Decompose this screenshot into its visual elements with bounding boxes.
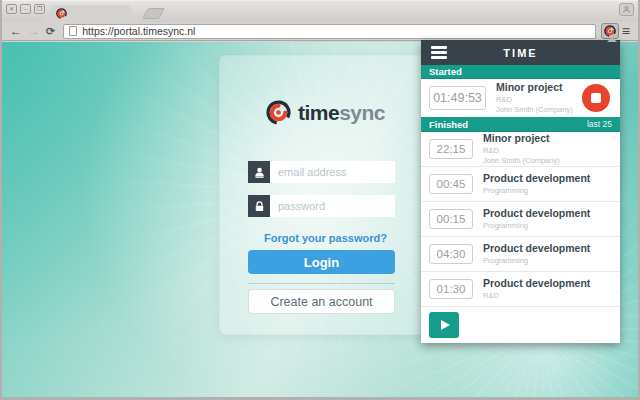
back-button[interactable]: ← — [7, 25, 25, 37]
timesync-logo-icon — [266, 100, 291, 125]
entry-person: John Smith (Company) — [483, 156, 560, 166]
email-row — [248, 161, 395, 183]
lock-icon — [248, 195, 270, 217]
password-row — [248, 195, 395, 217]
entry-task: Programming — [483, 221, 590, 231]
finished-section-header: Finished last 25 — [421, 117, 620, 132]
active-entry-person: John Smith (Company) — [496, 105, 573, 115]
browser-titlebar: ✕ – ❐ — [2, 0, 638, 22]
user-avatar-icon — [622, 5, 631, 14]
forgot-password-link[interactable]: Forgot your password? — [220, 232, 431, 244]
divider — [248, 283, 395, 284]
entry-task: R&D — [483, 291, 590, 301]
browser-toolbar: ← → ⟳ https://portal.timesync.nl ≡ — [2, 22, 638, 41]
popup-footer — [421, 307, 620, 343]
finished-count-label: last 25 — [587, 119, 612, 129]
entry-duration: 04:30 — [429, 244, 473, 264]
close-window-icon[interactable]: ✕ — [6, 4, 17, 14]
forward-button[interactable]: → — [25, 25, 43, 37]
entry-project: Product development — [483, 207, 590, 221]
entry-duration: 22:15 — [429, 139, 473, 159]
minimize-window-icon[interactable]: – — [20, 4, 31, 14]
entry-duration: 00:45 — [429, 174, 473, 194]
login-card: timesync — [220, 56, 431, 334]
time-entry-row[interactable]: 00:15 Product development Programming — [421, 202, 620, 237]
timesync-logo: timesync — [220, 100, 431, 125]
page-icon — [69, 26, 77, 36]
entry-project: Product development — [483, 277, 590, 291]
user-icon — [248, 161, 270, 183]
popup-header: TIME — [421, 40, 620, 65]
address-bar[interactable]: https://portal.timesync.nl — [63, 24, 596, 39]
time-entry-row[interactable]: 01:30 Product development R&D — [421, 272, 620, 307]
active-time-entry[interactable]: 01:49:53 Minor project R&D John Smith (C… — [421, 79, 620, 117]
active-entry-task: R&D — [496, 95, 573, 105]
entry-task: Programming — [483, 186, 590, 196]
entry-project: Product development — [483, 242, 590, 256]
popup-title: TIME — [421, 47, 620, 59]
browser-tab[interactable] — [42, 5, 140, 22]
reload-button[interactable]: ⟳ — [43, 26, 58, 37]
timesync-extension-icon — [604, 25, 616, 37]
time-entry-row[interactable]: 04:30 Product development Programming — [421, 237, 620, 272]
start-timer-button[interactable] — [429, 312, 459, 338]
entry-duration: 01:30 — [429, 279, 473, 299]
login-button[interactable]: Login — [248, 250, 395, 274]
started-section-header: Started — [421, 65, 620, 79]
play-icon — [441, 320, 450, 330]
browser-window: ✕ – ❐ ← → ⟳ https://portal.timesync.nl — [0, 0, 640, 400]
maximize-window-icon[interactable]: ❐ — [34, 4, 45, 14]
entry-project: Product development — [483, 172, 590, 186]
url-text[interactable]: https://portal.timesync.nl — [82, 25, 195, 37]
timesync-favicon-icon — [56, 8, 67, 19]
time-entry-row[interactable]: 22:15 Minor project R&D John Smith (Comp… — [421, 132, 620, 167]
email-field[interactable] — [270, 161, 395, 183]
stop-timer-button[interactable] — [582, 84, 610, 112]
timesync-extension-popup: TIME Started 01:49:53 Minor project R&D … — [421, 40, 620, 343]
active-entry-duration: 01:49:53 — [429, 86, 486, 110]
entry-task: R&D — [483, 146, 560, 156]
entry-duration: 00:15 — [429, 209, 473, 229]
new-tab-button[interactable] — [142, 8, 165, 19]
browser-menu-button[interactable]: ≡ — [619, 24, 633, 38]
profile-button[interactable] — [619, 3, 634, 16]
password-field[interactable] — [270, 195, 395, 217]
stop-icon — [591, 93, 601, 103]
time-entry-row[interactable]: 00:45 Product development Programming — [421, 167, 620, 202]
entry-project: Minor project — [483, 132, 560, 146]
entry-task: Programming — [483, 256, 590, 266]
logo-wordmark: timesync — [298, 101, 385, 125]
popup-anchor-arrow — [607, 37, 617, 42]
create-account-button[interactable]: Create an account — [248, 289, 395, 314]
window-controls: ✕ – ❐ — [6, 4, 45, 14]
active-entry-project: Minor project — [496, 81, 573, 95]
